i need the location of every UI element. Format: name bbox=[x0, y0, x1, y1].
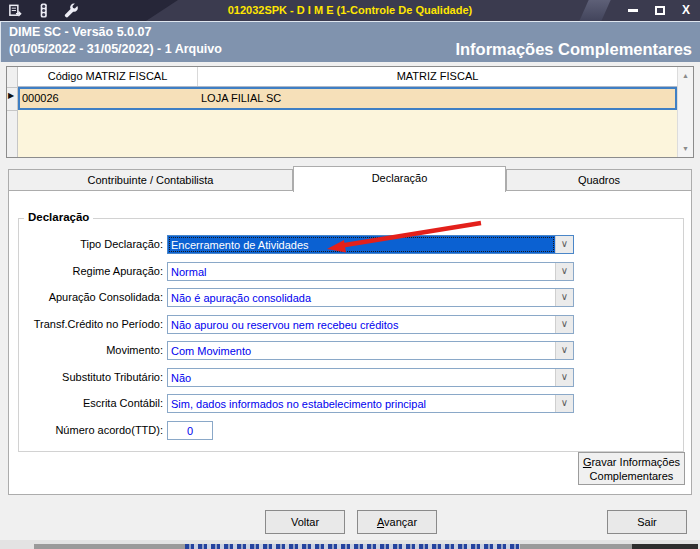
app-version-text: DIME SC - Versão 5.0.07 bbox=[9, 25, 151, 39]
tab-strip: Contribuinte / ContabilistaDeclaraçãoQua… bbox=[8, 166, 692, 191]
matriz-fiscal-grid: ▶ Código MATRIZ FISCAL MATRIZ FISCAL 000… bbox=[6, 66, 694, 158]
scroll-down-icon[interactable]: ▼ bbox=[678, 141, 693, 156]
maximize-icon bbox=[655, 6, 665, 15]
footer-bar: VoltarAvançarSair bbox=[0, 495, 700, 540]
titlebar-toolbar bbox=[7, 2, 80, 19]
tab-label: Quadros bbox=[578, 174, 620, 186]
transf-credito-periodo-combobox[interactable]: Não apurou ou reservou nem recebeu crédi… bbox=[167, 315, 574, 334]
gravar-button-line2: Complementares bbox=[579, 469, 684, 483]
escrita-contabil-combobox[interactable]: Sim, dados informados no estabelecimento… bbox=[167, 394, 574, 413]
transf-credito-periodo-label: Transf.Crédito no Período: bbox=[14, 315, 163, 333]
tab-label: Contribuinte / Contabilista bbox=[88, 174, 214, 186]
period-text: (01/05/2022 - 31/05/2022) - 1 Arquivo bbox=[9, 42, 222, 56]
background-window-content bbox=[185, 544, 520, 549]
groupbox-title: Declaração bbox=[24, 211, 93, 223]
traffic-light-icon[interactable] bbox=[35, 2, 52, 19]
chevron-down-icon[interactable]: ∨ bbox=[555, 236, 573, 253]
close-button[interactable]: X bbox=[682, 0, 690, 21]
app-window: 012032SPK - D I M E (1-Controle De Quali… bbox=[0, 0, 700, 549]
gutter-divider bbox=[7, 87, 18, 88]
sair-button[interactable]: Sair bbox=[607, 510, 687, 534]
gravar-button-line1: Gravar Informações bbox=[579, 455, 684, 469]
regime-apuracao-value: Normal bbox=[168, 263, 555, 280]
minimize-icon bbox=[628, 9, 638, 12]
window-controls: X bbox=[628, 0, 690, 21]
chevron-down-icon[interactable]: ∨ bbox=[555, 316, 573, 333]
maximize-button[interactable] bbox=[655, 6, 665, 15]
column-header-matriz-fiscal[interactable]: MATRIZ FISCAL bbox=[198, 67, 677, 86]
chevron-down-icon[interactable]: ∨ bbox=[555, 395, 573, 412]
current-row-marker-icon: ▶ bbox=[8, 91, 14, 100]
wrench-icon[interactable] bbox=[63, 2, 80, 19]
apuracao-consolidada-label: Apuração Consolidada: bbox=[14, 288, 163, 306]
apuracao-consolidada-combobox[interactable]: Não é apuração consolidada∨ bbox=[167, 288, 574, 307]
tab-contribuinte-contabilista[interactable]: Contribuinte / Contabilista bbox=[8, 169, 293, 191]
grid-header-row: Código MATRIZ FISCAL MATRIZ FISCAL bbox=[18, 67, 677, 87]
scroll-up-icon[interactable]: ▲ bbox=[678, 68, 693, 83]
apuracao-consolidada-value: Não é apuração consolidada bbox=[168, 289, 555, 306]
chevron-down-icon[interactable]: ∨ bbox=[555, 289, 573, 306]
background-window-dark-segment bbox=[632, 544, 698, 549]
tipo-declaracao-value: Encerramento de Atividades bbox=[168, 236, 555, 253]
movimento-value: Com Movimento bbox=[168, 342, 555, 359]
section-title: Informações Complementares bbox=[455, 40, 692, 59]
column-header-codigo-matriz-fiscal[interactable]: Código MATRIZ FISCAL bbox=[18, 67, 198, 86]
movimento-combobox[interactable]: Com Movimento∨ bbox=[167, 341, 574, 360]
numero-acordo-ttd-input[interactable] bbox=[167, 421, 213, 440]
grid-empty-area bbox=[18, 110, 677, 157]
gutter-divider bbox=[7, 110, 18, 111]
tab-label: Declaração bbox=[372, 172, 428, 184]
minimize-button[interactable] bbox=[628, 9, 638, 12]
regime-apuracao-label: Regime Apuração: bbox=[14, 262, 163, 280]
chevron-down-icon[interactable]: ∨ bbox=[555, 369, 573, 386]
tab-declaracao[interactable]: Declaração bbox=[293, 166, 506, 192]
movimento-label: Movimento: bbox=[14, 341, 163, 359]
tab-quadros[interactable]: Quadros bbox=[506, 169, 692, 191]
substituto-tributario-value: Não bbox=[168, 369, 555, 386]
transf-credito-periodo-value: Não apurou ou reservou nem recebeu crédi… bbox=[168, 316, 555, 333]
regime-apuracao-combobox[interactable]: Normal∨ bbox=[167, 262, 574, 281]
table-row[interactable]: 000026LOJA FILIAL SC bbox=[18, 87, 677, 110]
escrita-contabil-value: Sim, dados informados no estabelecimento… bbox=[168, 395, 555, 412]
titlebar-highlight-streak bbox=[579, 0, 610, 21]
table-cell[interactable]: 000026 bbox=[20, 89, 198, 108]
chevron-down-icon[interactable]: ∨ bbox=[555, 263, 573, 280]
chevron-down-icon[interactable]: ∨ bbox=[555, 342, 573, 359]
document-icon[interactable] bbox=[7, 2, 24, 19]
row-selector-gutter: ▶ bbox=[7, 67, 18, 157]
escrita-contabil-label: Escrita Contábil: bbox=[14, 394, 163, 412]
numero-acordo-ttd-label: Número acordo(TTD): bbox=[14, 421, 163, 439]
voltar-button[interactable]: Voltar bbox=[265, 510, 345, 534]
table-cell[interactable]: LOJA FILIAL SC bbox=[198, 89, 675, 108]
gravar-informacoes-complementares-button[interactable]: Gravar Informações Complementares bbox=[578, 452, 685, 485]
window-title: 012032SPK - D I M E (1-Controle De Quali… bbox=[120, 4, 580, 16]
tipo-declaracao-combobox[interactable]: Encerramento de Atividades∨ bbox=[167, 235, 574, 254]
grid-vertical-scrollbar[interactable]: ▲ ▼ bbox=[677, 67, 693, 157]
substituto-tributario-label: Substituto Tributário: bbox=[14, 368, 163, 386]
app-header: DIME SC - Versão 5.0.07 (01/05/2022 - 31… bbox=[0, 21, 700, 62]
background-window-sliver bbox=[0, 540, 700, 549]
tipo-declaracao-label: Tipo Declaração: bbox=[14, 235, 163, 253]
avancar-button[interactable]: Avançar bbox=[357, 510, 437, 534]
titlebar: 012032SPK - D I M E (1-Controle De Quali… bbox=[0, 0, 700, 21]
substituto-tributario-combobox[interactable]: Não∨ bbox=[167, 368, 574, 387]
